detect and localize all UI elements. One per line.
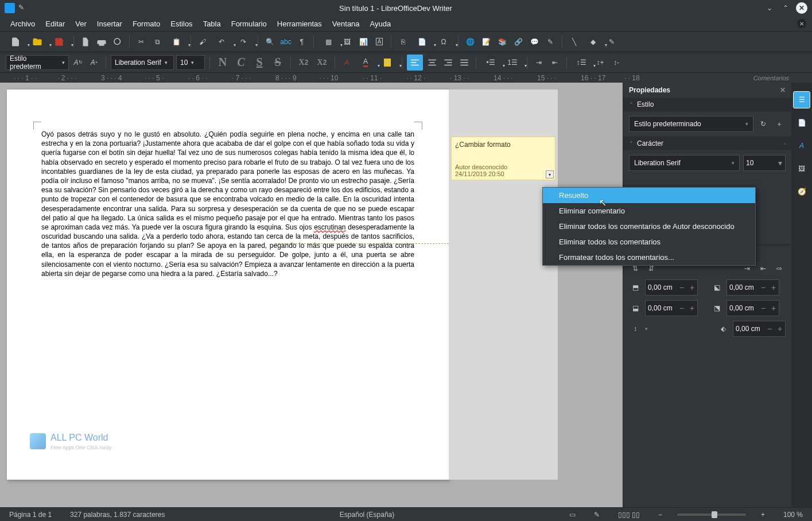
zoom-out-button[interactable]: − bbox=[655, 511, 666, 519]
bold-button[interactable]: N bbox=[215, 55, 231, 71]
insert-footnote-button[interactable]: 📝 bbox=[479, 35, 493, 49]
comment-menu-button[interactable]: ▾ bbox=[546, 170, 554, 178]
decrease-para-spacing-button[interactable]: ↕- bbox=[609, 56, 623, 69]
section-caracter-header[interactable]: ⌃Carácter▫ bbox=[623, 137, 791, 150]
font-color-button[interactable]: A▾ bbox=[356, 56, 375, 69]
menu-ver[interactable]: Ver bbox=[71, 18, 91, 30]
subscript-button[interactable]: X2 bbox=[314, 55, 330, 71]
open-button[interactable]: ▾ bbox=[28, 35, 47, 49]
ctx-formatear-todos[interactable]: Formatear todos los comentarios... bbox=[543, 250, 755, 265]
paragraph-style-combo[interactable]: Estilo predeterm▾ bbox=[6, 55, 69, 70]
sidebar-fontsize-spin[interactable]: ▾ bbox=[743, 155, 786, 171]
print-preview-button[interactable] bbox=[111, 35, 125, 49]
highlight-color-button[interactable]: A▾ bbox=[378, 56, 397, 69]
ctx-resuelto[interactable]: Resuelto bbox=[543, 188, 755, 203]
section-estilo-header[interactable]: ⌃Estilo bbox=[623, 98, 791, 111]
save-button[interactable]: ▾ bbox=[49, 35, 69, 49]
document-area[interactable]: Oyó pasos detrás suyo y no le gustó en a… bbox=[0, 83, 623, 507]
space-above-spin[interactable]: −+ bbox=[645, 279, 698, 296]
numbered-list-button[interactable]: 1☰▾ bbox=[503, 56, 522, 69]
new-style-icon[interactable]: ＋ bbox=[773, 118, 786, 130]
sidebar-tab-properties[interactable]: ☰ bbox=[794, 92, 810, 108]
sidebar-style-combo[interactable]: Estilo predeterminado▾ bbox=[629, 116, 753, 132]
update-style-button[interactable]: A↻ bbox=[71, 56, 85, 69]
status-insert-mode[interactable]: ▭ bbox=[566, 511, 579, 519]
bullet-list-button[interactable]: •☰▾ bbox=[481, 56, 500, 69]
spelling-error[interactable]: escrutinan bbox=[314, 223, 345, 231]
decrease-indent-button[interactable]: ⇤ bbox=[548, 56, 562, 69]
font-size-combo[interactable]: 10▾ bbox=[176, 55, 205, 70]
track-changes-button[interactable]: ✎ bbox=[543, 35, 557, 49]
undo-button[interactable]: ↶▾ bbox=[212, 35, 231, 49]
insert-pagebreak-button[interactable]: ⎘ bbox=[396, 35, 410, 49]
underline-button[interactable]: S bbox=[251, 55, 267, 71]
menu-estilos[interactable]: Estilos bbox=[166, 18, 197, 30]
indent-firstline-spin[interactable]: −+ bbox=[733, 321, 786, 337]
status-zoom[interactable]: 100 % bbox=[780, 511, 806, 519]
line-spacing-button[interactable]: ↕☰▾ bbox=[572, 56, 591, 69]
insert-symbol-button[interactable]: Ω▾ bbox=[434, 35, 453, 49]
menu-ventana[interactable]: Ventana bbox=[328, 18, 364, 30]
formatting-marks-button[interactable]: ¶ bbox=[295, 35, 309, 49]
menu-formulario[interactable]: Formulario bbox=[227, 18, 271, 30]
format-paintbrush-button[interactable]: 🖌 bbox=[196, 35, 209, 49]
menu-herramientas[interactable]: Herramientas bbox=[273, 18, 327, 30]
insert-bookmark-button[interactable]: 📚 bbox=[495, 35, 509, 49]
pin-icon[interactable]: ✎ bbox=[18, 3, 28, 13]
menu-tabla[interactable]: Tabla bbox=[199, 18, 226, 30]
align-right-button[interactable] bbox=[441, 56, 455, 69]
insert-hyperlink-button[interactable]: 🌐 bbox=[463, 35, 477, 49]
ctx-eliminar-comentario[interactable]: Eliminar comentario bbox=[543, 203, 755, 219]
cut-button[interactable]: ✂ bbox=[134, 35, 148, 49]
zoom-in-button[interactable]: + bbox=[757, 511, 768, 519]
basic-shapes-button[interactable]: ◆▾ bbox=[583, 35, 603, 49]
new-button[interactable]: ▾ bbox=[6, 35, 25, 49]
align-left-button[interactable] bbox=[407, 55, 423, 71]
new-style-button[interactable]: A+ bbox=[87, 56, 101, 69]
align-center-button[interactable] bbox=[425, 56, 439, 69]
sidebar-tab-gallery[interactable]: 🖼 bbox=[794, 161, 810, 177]
indent-first-icon[interactable]: ⇨ bbox=[773, 262, 786, 275]
menu-formato[interactable]: Formato bbox=[128, 18, 165, 30]
insert-field-button[interactable]: 📄▾ bbox=[412, 35, 432, 49]
sidebar-tab-navigator[interactable]: 🧭 bbox=[794, 184, 810, 200]
sidebar-tab-styles[interactable]: A bbox=[794, 138, 810, 154]
paste-button[interactable]: 📋▾ bbox=[166, 35, 186, 49]
ctx-eliminar-todos[interactable]: Eliminar todos los comentarios bbox=[543, 234, 755, 250]
redo-button[interactable]: ↷▾ bbox=[234, 35, 253, 49]
comment-text[interactable]: ¿Cambiar formato bbox=[455, 141, 551, 149]
italic-button[interactable]: C bbox=[233, 55, 249, 71]
indent-before-spin[interactable]: −+ bbox=[726, 279, 779, 296]
font-name-combo[interactable]: Liberation Serif▾ bbox=[111, 55, 174, 70]
copy-button[interactable]: ⧉ bbox=[150, 35, 164, 49]
horizontal-ruler[interactable]: · · · 1 · ·· 2 · · ·3 · · · 4 · · · 5 ··… bbox=[0, 72, 812, 83]
line-spacing-icon[interactable]: ↕ bbox=[629, 322, 642, 335]
document-body-text[interactable]: Oyó pasos detrás suyo y no le gustó en a… bbox=[41, 130, 414, 278]
menu-insertar[interactable]: Insertar bbox=[92, 18, 127, 30]
indent-after-spin[interactable]: −+ bbox=[726, 300, 779, 316]
insert-line-button[interactable]: ╲ bbox=[567, 35, 581, 49]
ctx-eliminar-autor[interactable]: Eliminar todos los comentarios de Autor … bbox=[543, 219, 755, 234]
menu-archivo[interactable]: Archivo bbox=[6, 18, 40, 30]
clear-formatting-button[interactable]: A bbox=[340, 56, 353, 69]
align-justify-button[interactable] bbox=[457, 56, 471, 69]
show-draw-functions-button[interactable]: ✎ bbox=[605, 35, 619, 49]
insert-textbox-button[interactable]: A bbox=[372, 35, 386, 49]
spellcheck-button[interactable]: abc bbox=[279, 35, 293, 49]
minimize-button[interactable]: ⌄ bbox=[764, 2, 775, 14]
insert-crossref-button[interactable]: 🔗 bbox=[511, 35, 525, 49]
status-page[interactable]: Página 1 de 1 bbox=[6, 511, 55, 519]
sidebar-tab-page[interactable]: 📄 bbox=[794, 115, 810, 131]
comment-box[interactable]: ¿Cambiar formato Autor desconocido 24/11… bbox=[451, 137, 555, 180]
superscript-button[interactable]: X2 bbox=[296, 55, 312, 71]
status-wordcount[interactable]: 327 palabras, 1.837 caracteres bbox=[67, 511, 168, 519]
export-pdf-button[interactable] bbox=[79, 35, 92, 49]
increase-indent-button[interactable]: ⇥ bbox=[532, 56, 546, 69]
insert-chart-button[interactable]: 📊 bbox=[356, 35, 370, 49]
menu-ayuda[interactable]: Ayuda bbox=[366, 18, 396, 30]
sidebar-font-combo[interactable]: Liberation Serif▾ bbox=[629, 155, 740, 171]
sidebar-close-button[interactable]: ✕ bbox=[780, 86, 786, 94]
close-button[interactable]: ✕ bbox=[796, 2, 807, 14]
update-style-icon[interactable]: ↻ bbox=[757, 118, 770, 130]
insert-image-button[interactable]: 🖼 bbox=[340, 35, 354, 49]
